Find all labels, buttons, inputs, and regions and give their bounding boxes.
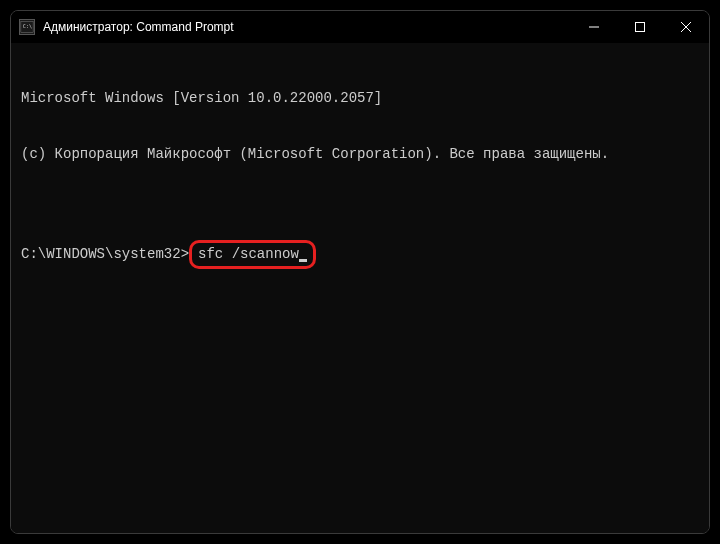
terminal-output-line: Microsoft Windows [Version 10.0.22000.20… — [21, 89, 699, 108]
cursor-icon — [299, 259, 307, 262]
minimize-button[interactable] — [571, 11, 617, 43]
svg-text:C:\: C:\ — [23, 23, 32, 29]
command-highlight: sfc /scannow — [189, 240, 316, 269]
maximize-button[interactable] — [617, 11, 663, 43]
command-prompt-window: C:\ Администратор: Command Prompt Micros… — [10, 10, 710, 534]
titlebar[interactable]: C:\ Администратор: Command Prompt — [11, 11, 709, 43]
prompt-path: C:\WINDOWS\system32> — [21, 245, 189, 264]
close-button[interactable] — [663, 11, 709, 43]
prompt-line: C:\WINDOWS\system32>sfc /scannow — [21, 240, 699, 269]
terminal-area[interactable]: Microsoft Windows [Version 10.0.22000.20… — [11, 43, 709, 533]
titlebar-left: C:\ Администратор: Command Prompt — [19, 19, 234, 35]
cmd-icon: C:\ — [19, 19, 35, 35]
command-text: sfc /scannow — [198, 246, 299, 262]
terminal-output-line: (c) Корпорация Майкрософт (Microsoft Cor… — [21, 145, 699, 164]
window-controls — [571, 11, 709, 43]
window-title: Администратор: Command Prompt — [43, 20, 234, 34]
svg-rect-3 — [636, 23, 645, 32]
